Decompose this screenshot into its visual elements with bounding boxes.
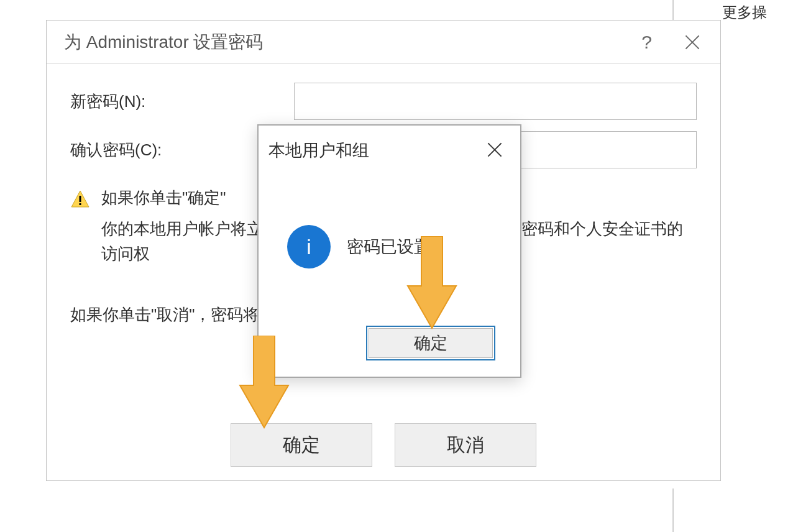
dialog-title: 为 Administrator 设置密码	[64, 30, 264, 54]
svg-marker-4	[240, 336, 288, 428]
confirmation-titlebar: 本地用户和组	[259, 126, 520, 175]
svg-marker-3	[408, 236, 456, 328]
close-icon[interactable]	[683, 33, 702, 52]
info-icon: i	[287, 225, 331, 268]
warning-icon	[70, 190, 90, 209]
new-password-row: 新密码(N):	[70, 83, 697, 120]
confirmation-body: i 密码已设置。	[259, 175, 520, 268]
help-button[interactable]: ?	[641, 32, 652, 53]
dialog-button-row: 确定 取消	[47, 423, 720, 467]
confirmation-dialog: 本地用户和组 i 密码已设置。 确定	[257, 124, 521, 378]
new-password-input[interactable]	[294, 83, 697, 120]
new-password-label: 新密码(N):	[70, 91, 294, 112]
svg-rect-1	[80, 196, 81, 202]
background-divider	[672, 488, 674, 532]
dialog-titlebar: 为 Administrator 设置密码 ?	[47, 21, 720, 64]
confirmation-button-wrap: 确定	[366, 326, 495, 360]
svg-rect-2	[80, 203, 81, 205]
default-button-highlight: 确定	[366, 326, 495, 360]
confirmation-ok-button[interactable]: 确定	[369, 328, 493, 358]
more-actions-text: 更多操	[722, 2, 767, 22]
close-icon[interactable]	[487, 142, 503, 158]
annotation-arrow-icon	[236, 336, 292, 429]
annotation-arrow-icon	[404, 236, 460, 329]
cancel-button[interactable]: 取消	[395, 423, 536, 467]
ok-button[interactable]: 确定	[231, 423, 372, 467]
confirmation-title: 本地用户和组	[268, 139, 369, 162]
